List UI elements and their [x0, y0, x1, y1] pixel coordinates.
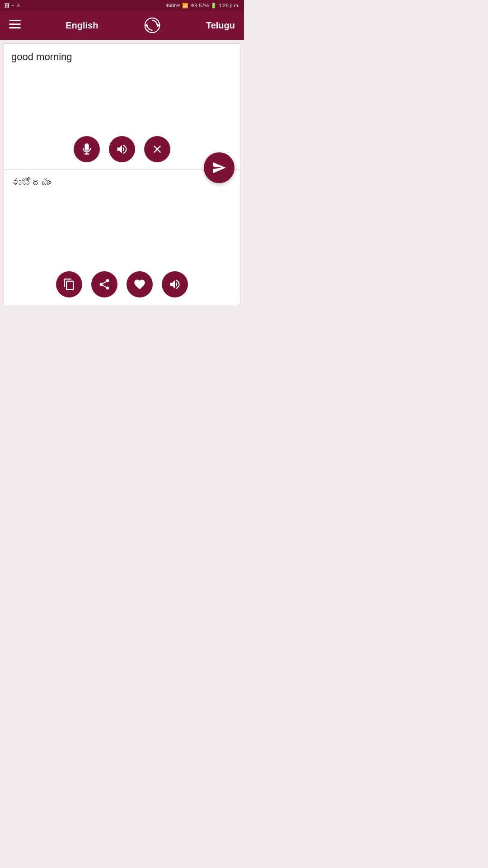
- input-panel: [4, 43, 240, 170]
- translated-text: శుభోదయం: [11, 177, 233, 250]
- svg-rect-0: [9, 20, 21, 21]
- send-button-wrapper: [204, 152, 235, 183]
- wifi-icon: 📶: [182, 3, 188, 9]
- speaker-button-output[interactable]: [162, 271, 188, 297]
- svg-rect-1: [9, 24, 21, 25]
- share-button[interactable]: [91, 271, 117, 297]
- battery-percent: 57%: [199, 3, 209, 8]
- clear-button[interactable]: [144, 136, 170, 162]
- translate-button[interactable]: [204, 152, 235, 183]
- battery-icon: 🔋: [211, 3, 217, 9]
- status-left: 🖼 ⌁ ⚠: [5, 3, 21, 9]
- clock: 1:26 p.m.: [219, 3, 239, 8]
- output-panel: శుభోదయం: [4, 170, 240, 305]
- favorite-button[interactable]: [127, 271, 153, 297]
- speaker-button-input[interactable]: [109, 136, 135, 162]
- svg-rect-2: [9, 27, 21, 28]
- source-text-input[interactable]: [11, 51, 233, 132]
- copy-button[interactable]: [56, 271, 82, 297]
- menu-button[interactable]: [9, 20, 21, 31]
- output-action-row: [4, 266, 240, 305]
- alert-icon: ⚠: [16, 3, 21, 9]
- target-language-label[interactable]: Telugu: [206, 20, 235, 31]
- network-speed: 468b/s: [165, 3, 180, 8]
- swap-languages-button[interactable]: [143, 16, 161, 34]
- translation-area: శుభోదయం: [0, 40, 244, 372]
- mic-button[interactable]: [74, 136, 100, 162]
- usb-icon: ⌁: [11, 3, 14, 9]
- status-right: 468b/s 📶 4G 57% 🔋 1:26 p.m.: [165, 3, 239, 9]
- source-language-label[interactable]: English: [66, 20, 98, 31]
- photo-icon: 🖼: [5, 3, 9, 8]
- status-bar: 🖼 ⌁ ⚠ 468b/s 📶 4G 57% 🔋 1:26 p.m.: [0, 0, 244, 11]
- signal-strength: 4G: [190, 3, 197, 8]
- nav-bar: English Telugu: [0, 11, 244, 40]
- bottom-space: [0, 372, 244, 434]
